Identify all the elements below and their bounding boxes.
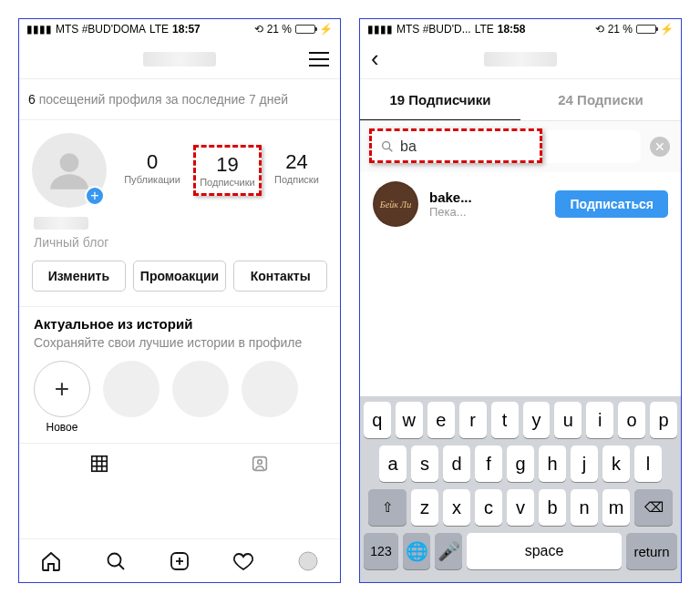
tab-following[interactable]: 24 Подписки	[520, 79, 681, 120]
charging-icon: ⚡	[660, 23, 674, 36]
search-input[interactable]: ba	[371, 130, 641, 163]
key-n[interactable]: n	[571, 489, 598, 526]
key-y[interactable]: y	[523, 402, 551, 438]
contacts-button[interactable]: Контакты	[233, 261, 327, 292]
grid-tab-icon[interactable]	[19, 444, 180, 483]
kb-row-1: qwertyuiop	[364, 402, 677, 438]
bottom-navbar	[19, 538, 340, 582]
svg-line-9	[118, 564, 124, 569]
story-placeholder	[103, 361, 160, 417]
key-s[interactable]: s	[411, 445, 438, 482]
orientation-icon: ⟲	[595, 23, 604, 36]
follow-button[interactable]: Подписаться	[555, 190, 668, 218]
key-b[interactable]: b	[539, 489, 566, 526]
followers-label: Подписчики	[200, 177, 255, 188]
bio-category: Личный блог	[34, 235, 325, 250]
key-c[interactable]: c	[475, 489, 502, 526]
stat-followers[interactable]: 19 Подписчики	[193, 145, 262, 196]
key-f[interactable]: f	[475, 445, 502, 482]
key-m[interactable]: m	[602, 489, 630, 526]
battery-icon	[636, 25, 656, 34]
svg-point-14	[383, 142, 390, 149]
svg-line-15	[389, 148, 393, 152]
battery-percent: 21 %	[267, 23, 292, 36]
clear-icon[interactable]: ✕	[650, 137, 670, 157]
username-label[interactable]	[484, 52, 557, 67]
battery-icon	[295, 25, 315, 34]
space-key[interactable]: space	[467, 533, 622, 569]
signal-icon: ▮▮▮▮	[26, 23, 52, 36]
key-l[interactable]: l	[634, 445, 662, 482]
orientation-icon: ⟲	[254, 23, 263, 36]
key-a[interactable]: a	[379, 445, 407, 482]
numbers-key[interactable]: 123	[364, 533, 398, 569]
profile-stats-row: + 0 Публикации 19 Подписчики 24 Подписки	[19, 120, 340, 213]
key-v[interactable]: v	[507, 489, 534, 526]
profile-visits[interactable]: 6 посещений профиля за последние 7 дней	[19, 79, 340, 120]
return-key[interactable]: return	[626, 533, 677, 569]
svg-point-13	[299, 552, 317, 570]
key-o[interactable]: o	[618, 402, 645, 438]
story-placeholder	[242, 361, 298, 417]
svg-point-0	[60, 153, 79, 172]
kb-row-4: 123 🌐 🎤 space return	[364, 533, 677, 569]
edit-button[interactable]: Изменить	[32, 261, 126, 292]
carrier-label: MTS #BUD'D...	[396, 23, 471, 36]
key-e[interactable]: e	[427, 402, 455, 438]
promo-button[interactable]: Промоакции	[133, 261, 227, 292]
story-new[interactable]: + Новое	[34, 361, 90, 434]
mic-key[interactable]: 🎤	[435, 533, 462, 569]
statusbar: ▮▮▮▮ MTS #BUD'D... LTE 18:58 ⟲ 21 % ⚡	[360, 19, 681, 39]
key-g[interactable]: g	[507, 445, 534, 482]
key-z[interactable]: z	[411, 489, 438, 526]
battery-percent: 21 %	[608, 23, 633, 36]
result-avatar[interactable]: Бейк Ли	[373, 181, 418, 227]
backspace-key[interactable]: ⌫	[634, 489, 673, 526]
tagged-tab-icon[interactable]	[180, 444, 340, 483]
posts-label: Публикации	[124, 174, 180, 185]
key-i[interactable]: i	[586, 402, 613, 438]
profile-icon[interactable]	[276, 539, 340, 582]
key-u[interactable]: u	[554, 402, 582, 438]
carrier-label: MTS #BUD'DOMA	[56, 23, 146, 36]
globe-key[interactable]: 🌐	[403, 533, 430, 569]
add-story-icon[interactable]: +	[85, 186, 105, 206]
home-icon[interactable]	[19, 539, 83, 582]
stat-posts[interactable]: 0 Публикации	[120, 145, 184, 196]
kb-row-2: asdfghjkl	[364, 445, 677, 482]
menu-icon[interactable]	[309, 52, 329, 67]
search-icon[interactable]	[83, 539, 147, 582]
key-q[interactable]: q	[364, 402, 391, 438]
svg-point-8	[108, 553, 120, 566]
network-label: LTE	[475, 23, 494, 36]
tab-followers[interactable]: 19 Подписчики	[360, 79, 520, 120]
clock-label: 18:58	[498, 23, 526, 36]
key-p[interactable]: p	[650, 402, 677, 438]
key-h[interactable]: h	[539, 445, 566, 482]
bio-section: Личный блог	[19, 213, 340, 261]
key-r[interactable]: r	[459, 402, 487, 438]
followers-header: ‹	[360, 39, 681, 79]
key-d[interactable]: d	[443, 445, 470, 482]
key-k[interactable]: k	[602, 445, 630, 482]
network-label: LTE	[149, 23, 169, 36]
back-icon[interactable]: ‹	[371, 45, 379, 73]
shift-key[interactable]: ⇧	[368, 489, 407, 526]
activity-icon[interactable]	[211, 539, 275, 582]
result-row[interactable]: Бейк Ли bake... Пека... Подписаться	[360, 172, 681, 236]
result-text: bake... Пека...	[429, 189, 544, 219]
key-x[interactable]: x	[443, 489, 470, 526]
avatar[interactable]: +	[32, 133, 107, 208]
search-value: ba	[400, 138, 417, 155]
statusbar: ▮▮▮▮ MTS #BUD'DOMA LTE 18:57 ⟲ 21 % ⚡	[19, 19, 340, 39]
result-subtitle: Пека...	[429, 205, 544, 219]
key-t[interactable]: t	[491, 402, 519, 438]
add-post-icon[interactable]	[148, 539, 211, 582]
charging-icon: ⚡	[319, 23, 333, 36]
key-w[interactable]: w	[396, 402, 423, 438]
key-j[interactable]: j	[571, 445, 598, 482]
stories-title: Актуальное из историй	[34, 316, 325, 332]
stat-following[interactable]: 24 Подписки	[271, 145, 323, 196]
svg-rect-1	[92, 456, 108, 471]
username-label[interactable]	[143, 52, 216, 67]
